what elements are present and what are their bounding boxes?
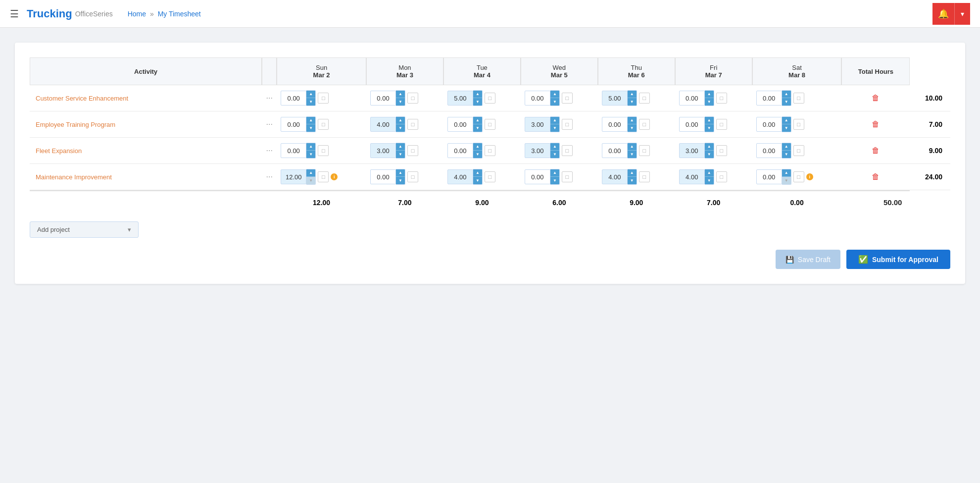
comment-button[interactable]: □	[562, 119, 573, 130]
hour-increment-button[interactable]: ▲	[550, 117, 559, 124]
hour-increment-button[interactable]: ▲	[306, 91, 315, 98]
breadcrumb-home[interactable]: Home	[128, 10, 146, 18]
comment-button[interactable]: □	[716, 145, 727, 156]
hour-increment-button[interactable]: ▲	[782, 91, 791, 98]
hour-input[interactable]	[370, 91, 396, 106]
hour-decrement-button[interactable]: ▼	[550, 177, 559, 184]
hour-input[interactable]	[602, 169, 628, 184]
hour-increment-button[interactable]: ▲	[473, 169, 482, 177]
hour-increment-button[interactable]: ▲	[782, 143, 791, 151]
comment-button[interactable]: □	[407, 93, 418, 104]
hour-decrement-button[interactable]: ▼	[782, 177, 791, 184]
hour-increment-button[interactable]: ▲	[306, 143, 315, 151]
hour-increment-button[interactable]: ▲	[396, 169, 405, 177]
comment-button[interactable]: □	[318, 119, 329, 130]
hour-increment-button[interactable]: ▲	[705, 143, 714, 151]
hour-decrement-button[interactable]: ▼	[628, 151, 637, 158]
hour-increment-button[interactable]: ▲	[628, 117, 637, 124]
comment-button[interactable]: □	[793, 93, 804, 104]
hour-increment-button[interactable]: ▲	[782, 117, 791, 124]
hour-increment-button[interactable]: ▲	[306, 117, 315, 124]
comment-button[interactable]: □	[716, 171, 727, 182]
row-options-dots[interactable]: ···	[262, 111, 277, 138]
hour-increment-button[interactable]: ▲	[306, 169, 315, 177]
hour-increment-button[interactable]: ▲	[628, 143, 637, 151]
comment-button[interactable]: □	[318, 171, 329, 182]
hour-decrement-button[interactable]: ▼	[782, 124, 791, 132]
hour-increment-button[interactable]: ▲	[473, 143, 482, 151]
hour-input[interactable]	[281, 91, 306, 106]
hour-increment-button[interactable]: ▲	[550, 91, 559, 98]
comment-button[interactable]: □	[485, 171, 495, 182]
hour-increment-button[interactable]: ▲	[782, 169, 791, 177]
comment-button[interactable]: □	[639, 171, 650, 182]
hour-input[interactable]	[525, 91, 550, 106]
hour-increment-button[interactable]: ▲	[473, 117, 482, 124]
hour-input[interactable]	[756, 117, 782, 132]
hour-input[interactable]	[756, 169, 782, 184]
comment-button[interactable]: □	[716, 93, 727, 104]
comment-button[interactable]: □	[562, 145, 573, 156]
hour-input[interactable]	[679, 143, 705, 158]
delete-row-button[interactable]: 🗑	[869, 171, 882, 182]
user-dropdown-button[interactable]: ▾	[954, 3, 970, 25]
delete-row-button[interactable]: 🗑	[869, 145, 882, 156]
hour-increment-button[interactable]: ▲	[396, 143, 405, 151]
hour-input[interactable]	[447, 117, 473, 132]
comment-button[interactable]: □	[318, 145, 329, 156]
hour-input[interactable]	[602, 91, 628, 106]
comment-button[interactable]: □	[639, 93, 650, 104]
comment-button[interactable]: □	[407, 171, 418, 182]
comment-button[interactable]: □	[639, 119, 650, 130]
comment-button[interactable]: □	[639, 145, 650, 156]
hour-increment-button[interactable]: ▲	[473, 91, 482, 98]
hour-increment-button[interactable]: ▲	[550, 143, 559, 151]
notification-bell-button[interactable]: 🔔	[932, 3, 954, 25]
comment-button[interactable]: □	[562, 93, 573, 104]
hour-increment-button[interactable]: ▲	[396, 91, 405, 98]
hour-increment-button[interactable]: ▲	[705, 117, 714, 124]
hour-decrement-button[interactable]: ▼	[550, 151, 559, 158]
hamburger-menu[interactable]: ☰	[10, 8, 19, 20]
hour-input[interactable]	[679, 117, 705, 132]
hour-input[interactable]	[525, 169, 550, 184]
row-options-dots[interactable]: ···	[262, 138, 277, 164]
hour-input[interactable]	[679, 91, 705, 106]
comment-button[interactable]: □	[407, 119, 418, 130]
hour-input[interactable]	[525, 143, 550, 158]
submit-approval-button[interactable]: ✅ Submit for Approval	[846, 250, 950, 269]
comment-button[interactable]: □	[562, 171, 573, 182]
hour-input[interactable]	[756, 91, 782, 106]
warning-indicator[interactable]: i	[806, 173, 813, 180]
hour-input[interactable]	[447, 169, 473, 184]
comment-button[interactable]: □	[407, 145, 418, 156]
hour-decrement-button[interactable]: ▼	[550, 98, 559, 106]
hour-decrement-button[interactable]: ▼	[306, 151, 315, 158]
hour-decrement-button[interactable]: ▼	[473, 151, 482, 158]
hour-decrement-button[interactable]: ▼	[473, 177, 482, 184]
hour-input[interactable]	[756, 143, 782, 158]
hour-decrement-button[interactable]: ▼	[705, 151, 714, 158]
comment-button[interactable]: □	[793, 119, 804, 130]
hour-decrement-button[interactable]: ▼	[550, 124, 559, 132]
comment-button[interactable]: □	[793, 145, 804, 156]
hour-increment-button[interactable]: ▲	[705, 169, 714, 177]
comment-button[interactable]: □	[793, 171, 804, 182]
hour-decrement-button[interactable]: ▼	[782, 98, 791, 106]
hour-input[interactable]	[370, 169, 396, 184]
hour-input[interactable]	[447, 91, 473, 106]
hour-decrement-button[interactable]: ▼	[628, 124, 637, 132]
comment-button[interactable]: □	[485, 119, 495, 130]
hour-decrement-button[interactable]: ▼	[628, 98, 637, 106]
hour-increment-button[interactable]: ▲	[628, 169, 637, 177]
hour-decrement-button[interactable]: ▼	[473, 124, 482, 132]
hour-decrement-button[interactable]: ▼	[396, 98, 405, 106]
hour-input[interactable]	[281, 143, 306, 158]
hour-decrement-button[interactable]: ▼	[782, 151, 791, 158]
hour-input[interactable]	[602, 117, 628, 132]
hour-input[interactable]	[370, 117, 396, 132]
hour-increment-button[interactable]: ▲	[705, 91, 714, 98]
hour-decrement-button[interactable]: ▼	[705, 98, 714, 106]
add-project-button[interactable]: Add project ▾	[30, 221, 139, 238]
comment-button[interactable]: □	[318, 93, 329, 104]
